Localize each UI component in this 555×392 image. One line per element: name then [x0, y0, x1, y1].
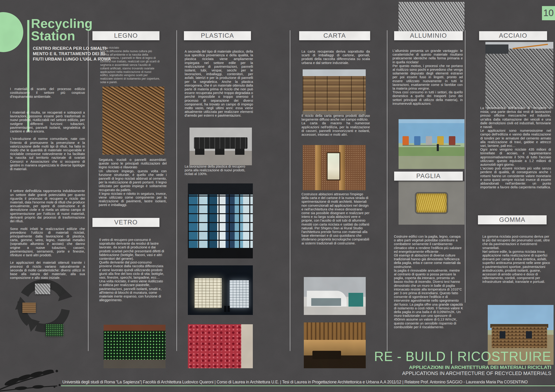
carta-body2: Costruisce abitazioni attraverso l'impie…	[301, 192, 370, 245]
acciaio-body: La provenienza dell'acciaio di recupero …	[480, 106, 551, 189]
legno-body: Segatura, trucioli o pannelli assemblati…	[99, 158, 167, 207]
barrel	[437, 136, 444, 145]
plant-silhouette	[0, 343, 82, 392]
photo-red-plastic-texture	[188, 324, 253, 368]
intro-column: I materiali di scarto del processo edili…	[10, 83, 85, 283]
carta-body: Il riciclo della carta genera prodotti d…	[301, 114, 370, 136]
dark-window	[526, 331, 532, 338]
barrel	[426, 136, 432, 145]
photo-plastic-pallet	[190, 128, 252, 165]
collage-photo-bottles	[46, 324, 63, 336]
section-header-gomma: GOMMA	[478, 215, 547, 225]
page-number-badge: 10	[542, 6, 555, 20]
section-header-acciaio: ACCIAIO	[479, 31, 547, 40]
photo-recycled-barrels-installation	[399, 119, 464, 169]
crane-arm	[513, 44, 548, 49]
column-divider	[88, 30, 88, 351]
photo-warm-wood-interior	[304, 322, 366, 368]
section-header-carta: CARTA	[299, 31, 370, 40]
section-header-plastica: PLASTICA	[184, 31, 251, 40]
photo-aluminium-bales	[399, 2, 464, 31]
plastica-note: La lavorazione della plastica di recuper…	[185, 165, 253, 176]
footer-underline	[61, 385, 555, 386]
section-header-vetro: VETRO	[92, 218, 160, 227]
barrel	[402, 136, 409, 145]
wood-post	[315, 145, 321, 190]
dark-window	[500, 331, 505, 338]
barrel	[449, 136, 455, 145]
column-divider	[465, 30, 465, 303]
person-silhouette	[227, 306, 230, 312]
recycle-symbol-icon	[11, 269, 76, 339]
poster-subtitle: CENTRO RICERCA PER LO SMALTI- MENTO E IL…	[33, 46, 111, 62]
barrel-row	[402, 136, 460, 145]
poster-recycling-station: { "page_number": "10", "colors": {"accen…	[0, 0, 555, 392]
warehouse-silhouette	[485, 44, 508, 54]
photo-wood-chips	[102, 87, 164, 155]
intro-paragraph: L'introduzione di norme comunitarie, nat…	[10, 137, 85, 171]
collage-photo-cans	[35, 283, 50, 294]
collage-photo-paper	[22, 303, 36, 313]
photo-green-bottle-wall	[104, 325, 166, 368]
photo-white-curved-pavilion	[304, 277, 366, 315]
photo-straw-in-wall	[399, 181, 464, 225]
legno-caption: Legno riciclato Con la diffusione della …	[100, 46, 160, 84]
person-silhouette	[224, 306, 226, 312]
section-header-legno: LEGNO	[92, 31, 160, 40]
pallet-deck-shape	[194, 137, 248, 149]
column-divider	[387, 30, 387, 351]
straw-patch	[416, 193, 446, 212]
photo-steel-scrapyard	[485, 42, 553, 109]
intro-paragraph: I materiali di risulta, se recuperati e …	[10, 111, 85, 133]
teal-wall	[349, 293, 363, 307]
intro-paragraph: I materiali di scarto del processo edili…	[10, 87, 85, 98]
photo-cardboard-interior	[303, 145, 366, 190]
vetro-body: Il vetro di recupero pre-consumo è sopra…	[99, 238, 165, 302]
intro-paragraph: Il settore dell'edilizia rappresenta ind…	[10, 189, 85, 223]
section-header-paglia: PAGLIA	[394, 172, 463, 181]
slat-ceiling	[304, 322, 366, 340]
footer-credits: Università degli studi di Roma “La Sapie…	[62, 380, 528, 385]
gomma-body: La gomma riciclata post-consumo deriva p…	[482, 235, 550, 284]
section-header-alluminio: ALLUMINIO	[394, 31, 463, 40]
glowing-block-volume	[194, 278, 222, 308]
pallet-feet-shape	[195, 149, 246, 155]
barrel	[414, 136, 420, 145]
paglia-body: Costruire edifici con la paglia, legno, …	[394, 235, 463, 329]
photo-recycled-glass-facade	[188, 183, 253, 258]
closing-subtitle-it: APPLICAZIONI IN ARCHITETTURA DEI MATERIA…	[409, 364, 551, 370]
poster-title: Recycling Station	[31, 17, 93, 42]
glowing-block-volume	[230, 280, 249, 308]
glass-strip	[311, 298, 341, 306]
column-divider	[176, 30, 177, 351]
intro-paragraph: Sono molti infatti le realizzazioni edil…	[10, 227, 85, 257]
photo-paper-bales	[303, 69, 366, 115]
carta-intro: La carta recuperata deriva soprattutto d…	[301, 50, 370, 65]
photo-glass-block-pavilion-night	[188, 265, 253, 315]
column-divider	[290, 30, 290, 351]
support-poles	[402, 145, 460, 146]
alluminio-body: L'alluminio presenta un grande vantaggio…	[393, 49, 463, 105]
person-silhouette	[437, 144, 439, 151]
plastica-body: A seconda del tipo di materiale plastico…	[185, 50, 253, 117]
brand-green-circle	[0, 12, 23, 52]
furniture-silhouette	[312, 351, 341, 359]
closing-title: RE - BUILD | RICOSTRUIRE	[374, 349, 551, 364]
closing-subtitle-en: APPLICATIONS IN ARCHITECTURE OF RECYCLED…	[402, 370, 551, 376]
bright-window	[327, 152, 340, 180]
